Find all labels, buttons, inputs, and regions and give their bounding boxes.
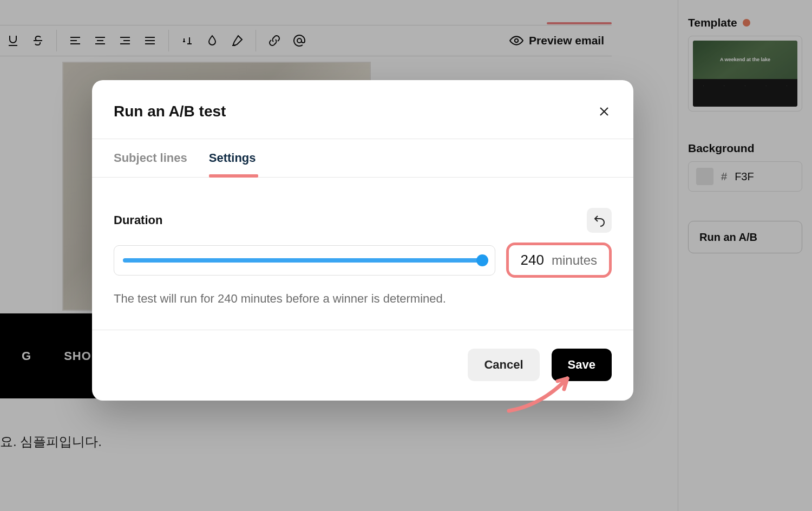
duration-value: 240: [521, 252, 544, 268]
duration-controls: 240 minutes: [114, 243, 612, 278]
undo-icon: [593, 214, 606, 227]
slider-track: [123, 258, 486, 263]
duration-label: Duration: [114, 213, 162, 227]
duration-help-text: The test will run for 240 minutes before…: [114, 292, 612, 306]
modal-title: Run an A/B test: [114, 103, 226, 120]
modal-body: Duration 240 minutes The test will run f…: [92, 178, 633, 330]
duration-unit: minutes: [552, 253, 597, 268]
modal-footer: Cancel Save: [92, 330, 633, 401]
duration-header-row: Duration: [114, 208, 612, 233]
duration-readout: 240 minutes: [506, 243, 612, 278]
cancel-button[interactable]: Cancel: [468, 349, 539, 381]
tab-settings[interactable]: Settings: [209, 151, 256, 177]
ab-test-modal: Run an A/B test Subject lines Settings D…: [92, 80, 633, 401]
duration-slider[interactable]: [114, 245, 495, 276]
modal-tabs: Subject lines Settings: [92, 139, 633, 178]
close-button[interactable]: [597, 104, 612, 119]
modal-header: Run an A/B test: [92, 80, 633, 139]
slider-thumb[interactable]: [476, 254, 488, 266]
tab-subject-lines[interactable]: Subject lines: [114, 151, 187, 177]
reset-duration-button[interactable]: [587, 208, 612, 233]
close-icon: [598, 105, 611, 118]
save-button[interactable]: Save: [552, 349, 612, 381]
modal-overlay: Run an A/B test Subject lines Settings D…: [0, 0, 812, 511]
